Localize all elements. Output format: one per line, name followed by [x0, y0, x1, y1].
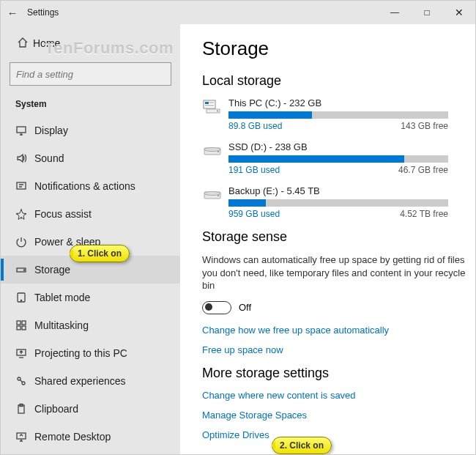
sidebar-item-sound[interactable]: Sound [1, 144, 180, 172]
storage-icon [15, 264, 34, 275]
sidebar-item-remote[interactable]: Remote Desktop [1, 423, 180, 451]
drive-used: 959 GB used [228, 209, 400, 219]
sidebar-item-focus[interactable]: Focus assist [1, 200, 180, 228]
drive-used: 89.8 GB used [228, 121, 401, 131]
drive-icon [202, 185, 228, 219]
svg-rect-19 [205, 102, 209, 104]
storage-sense-heading: Storage sense [202, 229, 466, 245]
storage-sense-description: Windows can automatically free up space … [202, 254, 466, 292]
close-button[interactable]: ✕ [443, 1, 475, 24]
svg-rect-20 [209, 102, 214, 103]
drive-name: This PC (C:) - 232 GB [228, 97, 466, 108]
search-input[interactable] [16, 69, 165, 80]
local-storage-heading: Local storage [202, 73, 466, 89]
display-icon [15, 125, 34, 136]
maximize-button[interactable]: □ [411, 1, 443, 24]
svg-point-26 [217, 151, 219, 152]
drive-row[interactable]: Backup (E:) - 5.45 TB959 GB used4.52 TB … [202, 185, 466, 219]
drive-name: SSD (D:) - 238 GB [228, 141, 466, 152]
storage-sense-toggle[interactable] [202, 301, 231, 314]
clip-icon [15, 403, 34, 415]
project-icon [15, 347, 34, 359]
minimize-button[interactable]: — [379, 1, 411, 24]
link-change-location[interactable]: Change where new content is saved [202, 390, 466, 401]
sidebar-item-power[interactable]: Power & sleep [1, 228, 180, 256]
nav-label: Notifications & actions [34, 180, 135, 192]
drive-row[interactable]: SSD (D:) - 238 GB191 GB used46.7 GB free [202, 141, 466, 175]
drive-usage-bar [228, 155, 448, 163]
notif-icon [15, 180, 34, 192]
sidebar-item-clip[interactable]: Clipboard [1, 395, 180, 423]
nav-label: Multitasking [34, 319, 89, 331]
sidebar-item-multi[interactable]: Multitasking [1, 311, 180, 339]
nav-label: Power & sleep [34, 236, 100, 248]
home-button[interactable]: Home [1, 30, 180, 56]
focus-icon [15, 208, 34, 220]
remote-icon [15, 431, 34, 443]
window-title: Settings [24, 7, 59, 18]
svg-point-25 [204, 148, 220, 152]
title-bar: ← Settings — □ ✕ [1, 1, 475, 24]
toggle-state-label: Off [239, 302, 251, 313]
svg-rect-2 [17, 182, 26, 189]
svg-rect-8 [22, 321, 26, 325]
sidebar-item-notif[interactable]: Notifications & actions [1, 172, 180, 200]
drive-row[interactable]: This PC (C:) - 232 GB89.8 GB used143 GB … [202, 97, 466, 131]
nav-label: Display [34, 125, 68, 136]
section-label: System [1, 96, 180, 116]
drive-usage-bar [228, 199, 448, 207]
page-title: Storage [202, 37, 466, 60]
link-optimize-drives[interactable]: Optimize Drives [202, 429, 466, 440]
link-free-now[interactable]: Free up space now [202, 344, 466, 355]
sidebar-item-tablet[interactable]: Tablet mode [1, 284, 180, 311]
svg-rect-1 [17, 127, 26, 133]
link-manage-spaces[interactable]: Manage Storage Spaces [202, 410, 466, 421]
svg-rect-21 [205, 105, 214, 106]
svg-point-13 [22, 382, 25, 385]
nav-label: Sound [34, 152, 64, 164]
drive-usage-bar [228, 111, 448, 119]
tablet-icon [15, 292, 34, 303]
nav-label: Shared experiences [34, 375, 126, 387]
nav-label: Tablet mode [34, 292, 90, 303]
home-icon [17, 37, 33, 51]
multi-icon [15, 319, 34, 331]
sidebar-item-about[interactable]: About [1, 451, 180, 454]
nav-list: DisplaySoundNotifications & actionsFocus… [1, 116, 180, 454]
more-settings-heading: More storage settings [202, 366, 466, 381]
drive-icon [202, 97, 228, 131]
drive-name: Backup (E:) - 5.45 TB [228, 185, 466, 196]
sidebar-item-project[interactable]: Projecting to this PC [1, 339, 180, 367]
drive-free: 143 GB free [401, 121, 448, 131]
nav-label: Projecting to this PC [34, 347, 127, 359]
svg-point-29 [217, 195, 219, 196]
sidebar-item-display[interactable]: Display [1, 116, 180, 144]
sound-icon [15, 152, 34, 164]
nav-label: Focus assist [34, 208, 92, 220]
sidebar: Home System DisplaySoundNotifications & … [1, 24, 180, 454]
svg-point-23 [217, 111, 218, 112]
sidebar-item-storage[interactable]: Storage [1, 256, 180, 284]
nav-label: Clipboard [34, 403, 78, 415]
svg-rect-9 [17, 326, 21, 330]
sidebar-item-shared[interactable]: Shared experiences [1, 367, 180, 395]
drive-used: 191 GB used [228, 165, 398, 175]
svg-point-4 [23, 270, 24, 270]
nav-label: Remote Desktop [34, 431, 111, 443]
power-icon [15, 236, 34, 248]
back-button[interactable]: ← [1, 7, 24, 19]
svg-point-12 [18, 377, 21, 380]
svg-point-6 [21, 300, 21, 300]
link-change-auto[interactable]: Change how we free up space automaticall… [202, 325, 466, 336]
svg-rect-18 [204, 100, 215, 108]
nav-label: Storage [34, 264, 70, 275]
home-label: Home [33, 37, 60, 49]
svg-rect-7 [17, 321, 21, 325]
main-content: Storage Local storage This PC (C:) - 232… [180, 24, 475, 454]
svg-point-28 [204, 192, 220, 196]
drive-icon [202, 141, 228, 175]
drive-free: 4.52 TB free [400, 209, 448, 219]
shared-icon [15, 375, 34, 387]
svg-rect-10 [22, 326, 26, 330]
search-box[interactable] [10, 62, 171, 86]
